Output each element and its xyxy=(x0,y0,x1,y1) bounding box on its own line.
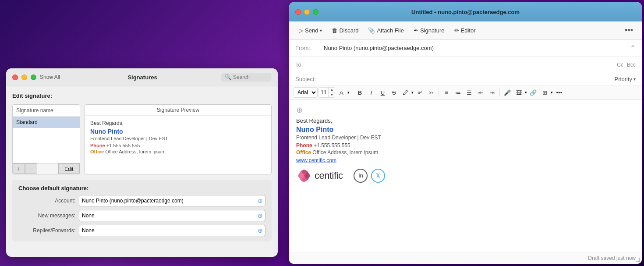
more-fmt-btn[interactable]: ••• xyxy=(554,87,564,98)
account-select-wrapper: Nuno Pinto (nuno.pinto@pacteraedge.com) … xyxy=(79,195,265,206)
indent-left-btn[interactable]: ⇤ xyxy=(475,87,486,98)
highlight-arrow[interactable]: ▾ xyxy=(411,90,414,95)
font-size-arrows: ▲ ▼ xyxy=(328,88,335,97)
new-messages-label: New messages: xyxy=(18,213,75,219)
edit-sig-btn[interactable]: Edit xyxy=(58,163,80,174)
to-field-actions: Cc Bcc xyxy=(617,62,636,68)
email-footer: Draft saved just now xyxy=(289,252,642,264)
replies-select[interactable]: None xyxy=(79,225,265,236)
maximize-btn[interactable] xyxy=(31,74,36,80)
text-color-ctrl: A ▾ xyxy=(336,87,350,98)
sig-titlebar: Show All Signatures 🔍 xyxy=(6,68,278,86)
signature-button[interactable]: ✒ Signature xyxy=(410,25,448,35)
image-arrow[interactable]: ▾ xyxy=(525,90,527,95)
add-sig-btn[interactable]: + xyxy=(13,163,25,174)
email-close-btn[interactable] xyxy=(295,9,301,15)
highlight-btn[interactable]: 🖊 xyxy=(400,87,410,98)
discard-button[interactable]: 🗑 Discard xyxy=(328,25,362,35)
sig-preview-panel: Signature Preview Best Regards, Nuno Pin… xyxy=(85,104,272,174)
email-titlebar: Untitled • nuno.pinto@pacteraedge.com xyxy=(289,2,642,21)
show-all-btn[interactable]: Show All xyxy=(40,74,60,80)
send-icon: ▷ xyxy=(299,27,303,34)
cc-btn[interactable]: Cc xyxy=(617,62,623,68)
send-button[interactable]: ▷ Send ▾ xyxy=(295,25,326,35)
body-office-label: Office xyxy=(296,149,311,156)
twitter-btn[interactable]: 𝕏 xyxy=(371,169,385,183)
sig-list-item[interactable]: Standard xyxy=(13,117,80,128)
preview-office: Office Office Address, lorem ipsum xyxy=(90,149,266,154)
replies-label: Replies/Forwards: xyxy=(18,227,75,234)
bold-btn[interactable]: B xyxy=(354,87,365,98)
search-input[interactable] xyxy=(233,74,268,80)
from-label: From: xyxy=(295,45,324,51)
format-toolbar: Arial 11 ▲ ▼ A ▾ B I U S 🖊 ▾ x² x₂ ≡ ≔ ☰… xyxy=(289,85,642,100)
choose-default-title: Choose default signature: xyxy=(18,185,265,192)
table-btn[interactable]: ⊞ xyxy=(539,87,550,98)
resize-handle[interactable] xyxy=(636,258,640,262)
font-family-select[interactable]: Arial xyxy=(294,87,318,98)
email-body[interactable]: ⊕ Best Regards, Nuno Pinto Frontend Lead… xyxy=(289,100,642,252)
preview-phone: Phone +1.555.555.555 xyxy=(90,143,266,148)
editor-button[interactable]: ✏ Editor xyxy=(451,25,479,35)
subscript-btn[interactable]: x₂ xyxy=(426,87,436,98)
table-arrow[interactable]: ▾ xyxy=(551,90,553,95)
preview-regards: Best Regards, xyxy=(90,120,266,126)
body-website[interactable]: www.centific.com xyxy=(296,157,635,163)
subject-label: Subject: xyxy=(295,76,324,82)
to-input[interactable] xyxy=(324,61,617,68)
image-ctrl: 🖼 ▾ xyxy=(513,87,527,98)
ordered-list-btn[interactable]: ≔ xyxy=(453,87,463,98)
sig-editor-row: Signature name Standard + − Edit Signatu… xyxy=(12,104,272,174)
from-field: From: Nuno Pinto (nuno.pinto@pacteraedge… xyxy=(289,40,642,57)
table-ctrl: ⊞ ▾ xyxy=(539,87,553,98)
fmt-sep-2 xyxy=(439,89,439,96)
to-label: To: xyxy=(295,61,324,68)
email-maximize-btn[interactable] xyxy=(313,9,318,15)
close-btn[interactable] xyxy=(12,74,18,80)
signature-icon: ✒ xyxy=(414,27,418,34)
priority-button[interactable]: Priority ▾ xyxy=(615,76,636,82)
editor-label: Editor xyxy=(461,27,476,34)
underline-btn[interactable]: U xyxy=(377,87,388,98)
minimize-btn[interactable] xyxy=(21,74,27,80)
text-color-arrow[interactable]: ▾ xyxy=(347,90,350,95)
social-icons: in 𝕏 xyxy=(354,169,385,183)
send-dropdown-arrow: ▾ xyxy=(320,28,322,33)
indent-right-btn[interactable]: ⇥ xyxy=(487,87,497,98)
image-btn[interactable]: 🖼 xyxy=(513,87,524,98)
subject-input[interactable] xyxy=(324,76,615,82)
sig-search-box[interactable]: 🔍 xyxy=(221,73,272,82)
italic-btn[interactable]: I xyxy=(366,87,376,98)
bcc-btn[interactable]: Bcc xyxy=(627,62,636,68)
add-block-icon: ⊕ xyxy=(296,105,635,115)
priority-label: Priority xyxy=(615,76,632,82)
link-btn[interactable]: 🔗 xyxy=(528,87,538,98)
subject-field: Subject: Priority ▾ xyxy=(289,73,642,85)
body-office: Office Office Address, lorem ipsum xyxy=(296,149,635,156)
linkedin-btn[interactable]: in xyxy=(354,169,368,183)
sig-list-empty xyxy=(13,128,80,163)
microphone-btn[interactable]: 🎤 xyxy=(502,87,513,98)
account-select[interactable]: Nuno Pinto (nuno.pinto@pacteraedge.com) xyxy=(79,195,265,206)
email-panel: Untitled • nuno.pinto@pacteraedge.com ▷ … xyxy=(289,2,642,264)
preview-phone-label: Phone xyxy=(90,143,105,148)
body-phone: Phone +1.555.555.555 xyxy=(296,142,635,149)
collapse-from-btn[interactable]: ⌃ xyxy=(630,44,636,52)
more-button[interactable]: ••• xyxy=(622,24,636,37)
remove-sig-btn[interactable]: − xyxy=(25,163,37,174)
attach-file-button[interactable]: 📎 Attach File xyxy=(364,25,407,35)
superscript-btn[interactable]: x² xyxy=(414,87,425,98)
new-messages-row: New messages: None ⊕ xyxy=(18,210,265,221)
sig-preview-header: Signature Preview xyxy=(85,105,271,116)
sig-list-controls: + − Edit xyxy=(13,163,80,174)
font-size-down[interactable]: ▼ xyxy=(329,92,335,97)
font-size-up[interactable]: ▲ xyxy=(329,88,335,92)
email-traffic-lights xyxy=(295,9,318,15)
unordered-list-btn[interactable]: ≡ xyxy=(441,87,452,98)
strikethrough-btn[interactable]: S xyxy=(389,87,399,98)
align-btn[interactable]: ☰ xyxy=(464,87,474,98)
email-minimize-btn[interactable] xyxy=(304,9,310,15)
draft-status: Draft saved just now xyxy=(588,255,636,261)
text-color-btn[interactable]: A xyxy=(336,87,347,98)
new-messages-select[interactable]: None xyxy=(79,210,265,221)
